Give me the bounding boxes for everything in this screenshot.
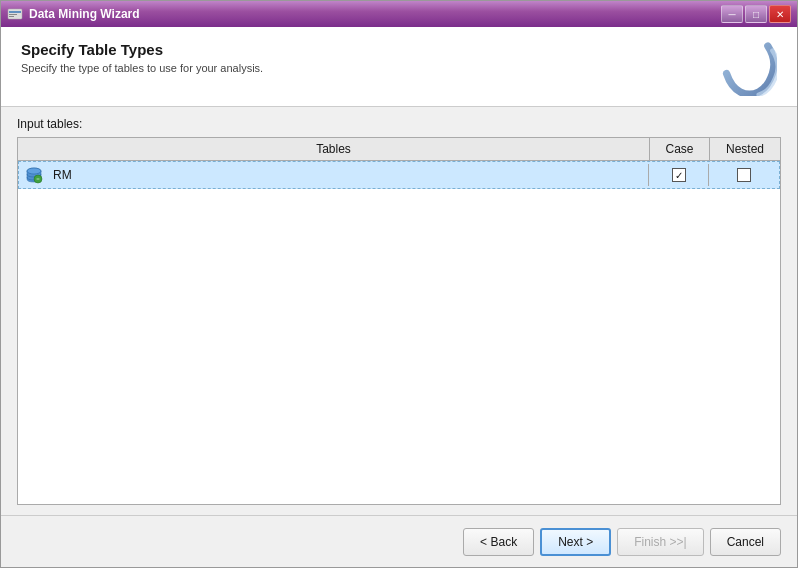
cancel-button[interactable]: Cancel bbox=[710, 528, 781, 556]
header-text: Specify Table Types Specify the type of … bbox=[21, 41, 263, 74]
next-button[interactable]: Next > bbox=[540, 528, 611, 556]
app-icon bbox=[7, 6, 23, 22]
content-area: Specify Table Types Specify the type of … bbox=[1, 27, 797, 567]
minimize-button[interactable]: ─ bbox=[721, 5, 743, 23]
page-subtitle: Specify the type of tables to use for yo… bbox=[21, 62, 263, 74]
wizard-graphic bbox=[722, 41, 777, 96]
col-header-case: Case bbox=[650, 138, 710, 160]
svg-rect-1 bbox=[9, 11, 21, 13]
svg-rect-3 bbox=[9, 16, 14, 17]
maximize-button[interactable]: □ bbox=[745, 5, 767, 23]
input-tables-label: Input tables: bbox=[17, 117, 781, 131]
case-checkbox[interactable] bbox=[672, 168, 686, 182]
col-header-tables: Tables bbox=[18, 138, 650, 160]
row-nested-cell[interactable] bbox=[709, 164, 779, 186]
main-section: Input tables: Tables Case Nested bbox=[1, 107, 797, 515]
svg-point-5 bbox=[27, 168, 41, 174]
table-header: Tables Case Nested bbox=[18, 138, 780, 161]
svg-rect-2 bbox=[9, 14, 17, 15]
header-section: Specify Table Types Specify the type of … bbox=[1, 27, 797, 107]
row-case-cell[interactable] bbox=[649, 164, 709, 186]
col-header-nested: Nested bbox=[710, 138, 780, 160]
row-icon-cell bbox=[19, 162, 49, 188]
back-button[interactable]: < Back bbox=[463, 528, 534, 556]
header-graphic bbox=[722, 41, 777, 96]
finish-button: Finish >>| bbox=[617, 528, 703, 556]
table-icon bbox=[25, 166, 43, 184]
row-name: RM bbox=[49, 164, 649, 186]
footer-section: < Back Next > Finish >>| Cancel bbox=[1, 515, 797, 567]
table-row[interactable]: RM bbox=[18, 161, 780, 189]
nested-checkbox[interactable] bbox=[737, 168, 751, 182]
window-title: Data Mining Wizard bbox=[29, 7, 140, 21]
page-title: Specify Table Types bbox=[21, 41, 263, 58]
close-button[interactable]: ✕ bbox=[769, 5, 791, 23]
wizard-window: Data Mining Wizard ─ □ ✕ Specify Table T… bbox=[0, 0, 798, 568]
title-bar-controls: ─ □ ✕ bbox=[721, 5, 791, 23]
tables-container: Tables Case Nested bbox=[17, 137, 781, 505]
title-bar-left: Data Mining Wizard bbox=[7, 6, 140, 22]
title-bar: Data Mining Wizard ─ □ ✕ bbox=[1, 1, 797, 27]
